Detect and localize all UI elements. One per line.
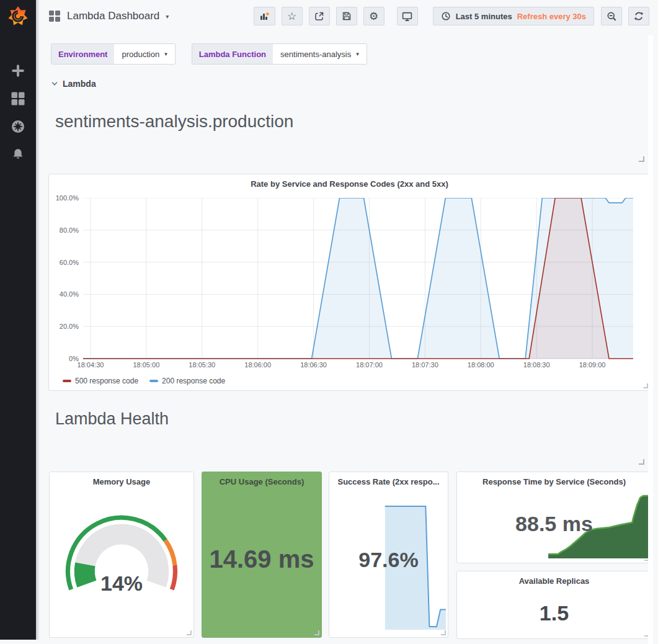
chevron-down-icon (51, 80, 58, 87)
panel-resize-handle[interactable] (187, 630, 192, 635)
cpu-usage-value: 14.69 ms (202, 547, 321, 571)
variable-lambda-function-value[interactable]: sentiments-analysis▾ (273, 44, 367, 64)
panel-resize-handle[interactable] (441, 630, 446, 635)
legend-item[interactable]: 500 response code (63, 377, 138, 385)
variable-lambda-function-label: Lambda Function (192, 44, 273, 64)
add-panel-button[interactable] (254, 7, 275, 25)
star-button[interactable]: ☆ (282, 7, 303, 25)
row-resize-handle[interactable] (639, 459, 644, 465)
y-tick-label: 40.0% (50, 290, 79, 298)
panel-success-rate: Success Rate (2xx respo... 97.6% (329, 472, 448, 638)
chevron-down-icon: ▾ (164, 51, 167, 57)
y-tick-label: 100.0% (50, 194, 79, 202)
sidebar-create-button[interactable] (10, 63, 26, 78)
save-button[interactable] (336, 7, 357, 25)
svg-text:14%: 14% (100, 571, 143, 595)
sidebar-shadow (36, 0, 40, 640)
sidebar-explore-button[interactable] (10, 119, 26, 134)
time-range-picker[interactable]: Last 5 minutes Refresh every 30s (433, 7, 594, 25)
variable-environment: Environment production▾ (51, 43, 176, 65)
add-panel-icon (259, 11, 270, 21)
legend-swatch (63, 380, 71, 382)
share-icon (314, 11, 324, 21)
share-button[interactable] (309, 7, 330, 25)
text-panel-title: sentiments-analysis.production (55, 112, 293, 132)
save-icon (342, 11, 352, 21)
grafana-logo[interactable] (0, 0, 36, 32)
memory-gauge: 14% (58, 512, 185, 597)
zoom-out-icon (607, 11, 617, 22)
dashboard-grid-icon (48, 10, 61, 22)
sidebar-dashboards-button[interactable] (10, 91, 26, 106)
refresh-interval-label: Refresh every 30s (517, 12, 586, 20)
dashboard-title-dropdown[interactable]: Lambda Dashboard ▾ (48, 10, 169, 22)
toolbar: ☆ ⚙ (254, 7, 385, 25)
rate-chart-plot[interactable] (83, 198, 633, 360)
dashboard-navbar: Lambda Dashboard ▾ ☆ (36, 0, 653, 32)
cycle-view-button[interactable] (397, 7, 418, 25)
panel-rate-by-service: Rate by Service and Response Codes (2xx … (48, 174, 651, 391)
variable-environment-value-text: production (122, 50, 159, 59)
panel-title[interactable]: Rate by Service and Response Codes (2xx … (49, 179, 650, 189)
sidebar-alerting-button[interactable] (10, 147, 26, 162)
scrollbar-track[interactable] (648, 35, 653, 644)
panel-title[interactable]: Memory Usage (50, 477, 193, 486)
x-tick-label: 18:04:30 (78, 361, 104, 369)
clock-icon (441, 11, 451, 21)
refresh-icon (634, 11, 644, 21)
available-replicas-value: 1.5 (457, 602, 651, 624)
chart-legend: 500 response code200 response code (63, 377, 225, 385)
section-title-lambda-health: Lambda Health (55, 409, 169, 429)
panel-resize-handle[interactable] (314, 630, 319, 635)
settings-button[interactable]: ⚙ (363, 7, 385, 25)
panel-response-time: Response Time by Service (Seconds) 88.5 … (456, 472, 652, 563)
variable-lambda-function: Lambda Function sentiments-analysis▾ (192, 43, 367, 65)
legend-label: 200 response code (162, 377, 225, 385)
monitor-icon (402, 11, 412, 22)
panel-cpu-usage: CPU Usage (Seconds) 14.69 ms (202, 472, 322, 638)
y-axis: 0%20.0%40.0%60.0%80.0%100.0% (50, 174, 79, 391)
legend-swatch (149, 380, 158, 382)
row-resize-handle[interactable] (639, 156, 644, 162)
variable-environment-label: Environment (51, 44, 114, 64)
panel-title[interactable]: Available Replicas (457, 576, 651, 586)
sidebar-nav (0, 63, 36, 162)
chevron-down-icon: ▾ (356, 51, 359, 57)
chevron-down-icon: ▾ (166, 13, 169, 20)
zoom-out-button[interactable] (601, 7, 622, 25)
x-axis: 18:04:3018:05:0018:05:3018:06:0018:06:30… (49, 361, 650, 370)
x-tick-label: 18:08:00 (468, 361, 494, 369)
row-title: Lambda (63, 79, 96, 89)
row-header-lambda[interactable]: Lambda (51, 79, 96, 89)
x-tick-label: 18:07:30 (412, 361, 438, 369)
settings-gear-icon: ⚙ (369, 11, 378, 22)
variable-lambda-function-value-text: sentiments-analysis (280, 50, 351, 59)
plus-icon (11, 64, 25, 78)
alerting-bell-icon (11, 147, 25, 162)
main-content: Lambda Dashboard ▾ ☆ (36, 0, 653, 644)
variable-environment-value[interactable]: production▾ (114, 44, 174, 64)
x-tick-label: 18:05:30 (189, 361, 215, 369)
panel-title[interactable]: CPU Usage (Seconds) (202, 477, 321, 486)
refresh-button[interactable] (628, 7, 649, 25)
y-tick-label: 20.0% (50, 323, 79, 330)
x-tick-label: 18:05:00 (133, 361, 159, 369)
panel-available-replicas: Available Replicas 1.5 (456, 571, 652, 639)
dashboards-grid-icon (11, 91, 25, 106)
app-root: Lambda Dashboard ▾ ☆ (0, 0, 658, 644)
grafana-logo-icon (7, 6, 29, 27)
panel-title[interactable]: Success Rate (2xx respo... (329, 477, 448, 486)
x-tick-label: 18:07:00 (356, 361, 383, 369)
x-tick-label: 18:06:00 (244, 361, 271, 369)
response-time-value: 88.5 ms (457, 513, 651, 534)
y-tick-label: 60.0% (50, 259, 79, 266)
panel-resize-handle[interactable] (643, 383, 648, 388)
sidebar (0, 0, 36, 640)
star-icon: ☆ (287, 11, 296, 22)
legend-item[interactable]: 200 response code (149, 377, 225, 385)
legend-label: 500 response code (75, 377, 138, 385)
panel-title[interactable]: Response Time by Service (Seconds) (457, 477, 651, 486)
x-tick-label: 18:08:30 (523, 361, 550, 369)
time-range-label: Last 5 minutes (456, 12, 512, 20)
submenu-variables: Environment production▾ Lambda Function … (51, 43, 367, 65)
